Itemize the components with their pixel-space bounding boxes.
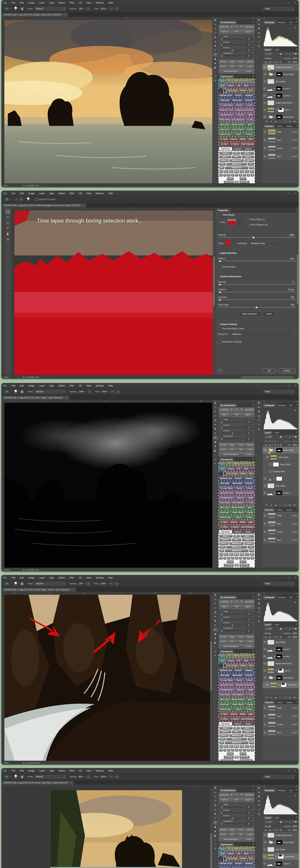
tk-button-cancel[interactable]: Cancel <box>244 453 254 456</box>
spectrum-button-7½[interactable]: 7½ <box>245 745 249 748</box>
spectrum-button-mt-2[interactable]: MT-2 <box>232 538 241 541</box>
paragraph-panel-icon-icon[interactable]: ¶ <box>257 418 261 422</box>
layer-mask-thumbnail[interactable] <box>276 647 282 652</box>
lock-all-icon[interactable]: ⊠ <box>280 829 281 831</box>
flow-value[interactable]: 100% <box>100 775 106 778</box>
minimize-button[interactable]: – <box>279 191 286 196</box>
tk-button-luminosity[interactable]: Luminosity <box>219 600 229 604</box>
layer-row[interactable]: ▾✇Orton Lights✋ <box>263 447 299 454</box>
layer-thumbnail[interactable] <box>267 100 274 105</box>
zone-combo-button[interactable]: 6 + 7 + 8 + 9 <box>240 567 252 568</box>
action-button--layer-mask[interactable]: +/- Layer Mask <box>219 486 234 490</box>
action-button--clip[interactable]: +/- Clip <box>246 693 254 696</box>
properties-scrollbar[interactable] <box>296 208 299 375</box>
tab-paths[interactable]: Paths <box>273 623 281 626</box>
action-button-b-w[interactable]: B&W <box>247 113 254 117</box>
slider-track[interactable] <box>218 237 296 238</box>
tab-channels[interactable]: Channels <box>263 124 275 128</box>
panel-menu-icon[interactable]: ≡ <box>252 595 254 598</box>
slider-value[interactable]: 0 <box>245 817 252 820</box>
link-icon[interactable]: ✇ <box>273 449 276 451</box>
menu-item-view[interactable]: View <box>84 1 93 4</box>
link-layers-icon[interactable]: ✇ <box>266 504 267 506</box>
action-button--[interactable]: - <box>250 659 254 663</box>
action-button--view[interactable]: +/- View <box>219 717 229 721</box>
channel-thumbnail[interactable] <box>268 146 276 151</box>
clone-stamp-tool-icon[interactable]: ◉ <box>213 632 217 636</box>
menu-item-filter[interactable]: Filter <box>67 384 77 387</box>
tab-histogram[interactable]: Histogram <box>263 403 276 407</box>
visibility-eye-icon[interactable] <box>264 715 267 717</box>
layer-thumbnail[interactable] <box>267 661 274 666</box>
slider-value[interactable]: 0 <box>245 437 252 440</box>
spectrum-button-7½[interactable]: 7½ <box>245 170 249 173</box>
tk-button-saturation[interactable]: Saturation <box>245 408 254 412</box>
spectrum-button-1½[interactable]: 1½ <box>219 745 223 748</box>
chevron-icon[interactable]: ▸ <box>267 116 268 118</box>
action-button-multiply[interactable]: Multiply <box>244 669 254 672</box>
layer-row[interactable]: color dodge <box>263 846 299 853</box>
layer-filter-toggle[interactable] <box>295 821 298 823</box>
action-button-dup-layer[interactable]: Dup Layer <box>219 510 230 515</box>
status-prev-icon[interactable]: ‹ <box>49 762 54 764</box>
menu-item-view[interactable]: View <box>84 192 93 195</box>
action-button-100-[interactable]: 100% <box>233 79 239 83</box>
menu-item-3d[interactable]: 3D <box>77 769 84 772</box>
action-button-screen[interactable]: Screen <box>234 862 243 865</box>
tk-button-selection[interactable]: Selection <box>219 60 228 64</box>
slider-track[interactable] <box>221 433 244 433</box>
slider-thumb[interactable] <box>221 823 223 825</box>
tk-button-levels[interactable]: Levels <box>246 448 254 452</box>
slider-thumb[interactable] <box>221 426 223 429</box>
slider-track[interactable] <box>221 807 244 807</box>
tk-button-selection[interactable]: Selection <box>219 828 228 832</box>
brush-size-preview[interactable]: 9 <box>27 197 30 202</box>
canvas[interactable] <box>4 20 212 183</box>
adjustment-sliders-icon-icon[interactable]: ⇋ <box>257 597 261 601</box>
slider-value[interactable]: 0 <box>245 421 252 424</box>
tk-button-g[interactable]: G <box>234 793 239 797</box>
eraser-tool-icon[interactable]: ▰ <box>213 61 217 65</box>
action-button-fit[interactable]: Fit <box>227 847 232 851</box>
link-layers-icon[interactable]: ✇ <box>266 696 267 699</box>
spectrum-button-l5[interactable]: L5 <box>249 741 254 744</box>
toggle-brush-panel-icon[interactable]: ▥ <box>20 582 24 586</box>
smoothing-icon[interactable]: ◎ <box>115 582 119 586</box>
foreground-color-swatch[interactable] <box>223 664 227 668</box>
panel-menu-icon[interactable]: ≡ <box>296 623 297 625</box>
tk-button-channel[interactable]: Channel <box>246 828 254 832</box>
menu-item-3d[interactable]: 3D <box>77 576 84 579</box>
layer-row[interactable]: ✇Burn (... <box>263 106 299 114</box>
horizontal-scrollbar[interactable] <box>241 376 293 378</box>
tk-button-curves[interactable]: Curves <box>219 833 228 837</box>
panel-menu-icon[interactable]: ≡ <box>252 21 254 23</box>
panel-collapse-strip[interactable]: » <box>1 208 4 375</box>
visibility-eye-icon[interactable] <box>263 449 266 451</box>
action-button-flatten[interactable]: Flatten <box>239 89 247 93</box>
refine-edge-brush-tool-icon[interactable]: ✏ <box>5 215 10 220</box>
levels-adjustment-icon[interactable]: ▂▅▃▆▂ <box>267 94 273 98</box>
histogram-warning-icon[interactable]: ⚠ <box>294 26 296 29</box>
layer-opacity-value[interactable]: 100% <box>292 632 298 634</box>
crop-tool-icon[interactable]: ⊞ <box>213 418 217 422</box>
paragraph-panel-icon-icon[interactable]: ¶ <box>257 803 261 807</box>
action-button-dup-image[interactable]: Dup Image <box>227 89 238 93</box>
panel-menu-icon[interactable]: ≡ <box>296 701 297 703</box>
menu-item-file[interactable]: File <box>9 192 18 195</box>
link-icon[interactable]: ✇ <box>273 841 276 843</box>
collapse-left-icon[interactable]: «« <box>219 592 221 594</box>
action-button-photo-filter[interactable]: Photo Filter <box>219 118 231 122</box>
link-icon[interactable]: ✇ <box>273 492 275 494</box>
eraser-tool-icon[interactable]: ▰ <box>213 636 217 640</box>
minimize-button[interactable]: – <box>279 575 286 580</box>
move-tool-icon[interactable]: ✥ <box>213 786 217 790</box>
action-button-new-layer[interactable]: New Layer <box>219 123 230 127</box>
zoom-level-field[interactable]: 100% <box>1 376 19 378</box>
action-button--clip[interactable]: +/- Clip <box>246 118 254 122</box>
spectrum-button-darks-2[interactable]: Darks-2 <box>219 155 231 158</box>
action-button-group[interactable]: Group <box>244 707 254 711</box>
zone-combo-button[interactable]: 3 + 4 <box>227 560 234 563</box>
slider-thumb[interactable] <box>221 613 223 616</box>
zone-combo-button[interactable]: 1 + 2 + 3 + 4 <box>221 759 234 761</box>
document-tab[interactable]: 9329062-Edit-2 copy.tif @ 50% (Dodge (wh… <box>2 13 68 17</box>
